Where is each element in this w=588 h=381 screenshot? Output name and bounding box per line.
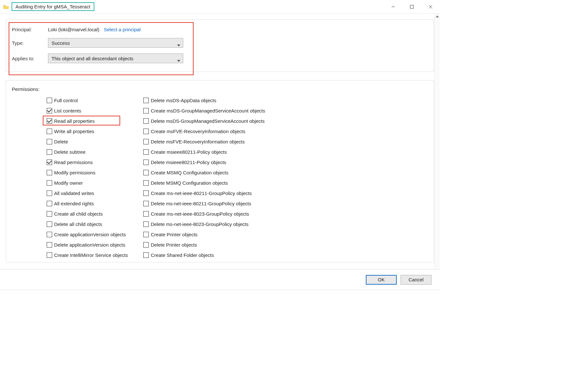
permission-item: Read permissions <box>47 157 128 167</box>
permissions-column-left: Full controlList contentsRead all proper… <box>47 95 128 260</box>
permission-label: Delete ms-net-ieee-8023-GroupPolicy obje… <box>151 221 248 227</box>
permission-checkbox[interactable] <box>143 190 149 196</box>
permission-checkbox[interactable] <box>143 160 149 165</box>
minimize-button[interactable] <box>384 0 403 14</box>
maximize-button[interactable] <box>403 0 421 14</box>
permission-label: Create Printer objects <box>151 232 197 237</box>
permission-item: Delete <box>47 136 128 147</box>
permission-checkbox[interactable] <box>47 252 52 258</box>
window-title: Auditing Entry for gMSA_Tesseract <box>12 2 94 11</box>
permission-item: Delete msDS-GroupManagedServiceAccount o… <box>143 116 265 126</box>
permission-checkbox[interactable] <box>47 201 52 206</box>
permission-checkbox[interactable] <box>47 98 52 103</box>
permission-checkbox[interactable] <box>47 242 52 248</box>
permission-label: Delete applicationVersion objects <box>54 242 125 248</box>
permission-item: Delete msDS-AppData objects <box>143 95 265 105</box>
ok-button[interactable]: OK <box>366 275 397 285</box>
permission-checkbox[interactable] <box>47 232 52 237</box>
vertical-scrollbar[interactable] <box>434 14 440 269</box>
permission-label: Delete all child objects <box>54 221 102 227</box>
permission-checkbox[interactable] <box>143 108 149 113</box>
permission-item: Create MSMQ Configuration objects <box>143 167 265 178</box>
permission-label: Create msieee80211-Policy objects <box>151 149 227 155</box>
permission-item: Delete MSMQ Configuration objects <box>143 178 265 188</box>
permission-item: Write all properties <box>47 126 128 136</box>
permission-item: List contents <box>47 105 128 116</box>
permission-item: All validated writes <box>47 188 128 198</box>
permission-label: Read permissions <box>54 160 93 165</box>
permissions-label: Permissions: <box>12 86 428 92</box>
auditing-entry-dialog: Auditing Entry for gMSA_Tesseract Princi… <box>0 0 440 290</box>
principal-label: Principal: <box>12 27 48 32</box>
permission-checkbox[interactable] <box>47 221 52 227</box>
permission-checkbox[interactable] <box>143 221 149 227</box>
principal-panel: Principal: Loki (loki@marvel.local) Sele… <box>6 19 434 72</box>
permission-label: Create msFVE-RecoveryInformation objects <box>151 129 245 134</box>
permission-checkbox[interactable] <box>47 180 52 186</box>
permission-item: Create applicationVersion objects <box>47 229 128 239</box>
permission-label: Delete Printer objects <box>151 242 197 248</box>
type-value: Success <box>52 40 70 46</box>
permission-checkbox[interactable] <box>47 149 52 155</box>
permission-checkbox[interactable] <box>47 190 52 196</box>
permission-label: Delete msieee80211-Policy objects <box>151 160 226 165</box>
permission-checkbox[interactable] <box>143 118 149 124</box>
permission-checkbox[interactable] <box>47 211 52 217</box>
permission-label: Create all child objects <box>54 211 103 217</box>
applies-dropdown[interactable]: This object and all descendant objects <box>48 54 183 63</box>
permission-checkbox[interactable] <box>47 170 52 175</box>
permission-checkbox[interactable] <box>47 108 52 113</box>
type-label: Type: <box>12 40 48 46</box>
permission-checkbox[interactable] <box>143 129 149 134</box>
permission-checkbox[interactable] <box>143 242 149 248</box>
permission-label: Delete MSMQ Configuration objects <box>151 180 228 186</box>
dialog-body: Principal: Loki (loki@marvel.local) Sele… <box>0 14 440 269</box>
svg-line-2 <box>429 5 432 8</box>
permission-checkbox[interactable] <box>47 129 52 134</box>
permission-checkbox[interactable] <box>143 139 149 144</box>
permission-label: Create IntelliMirror Service objects <box>54 252 128 258</box>
permission-label: Delete msDS-GroupManagedServiceAccount o… <box>151 118 265 124</box>
permission-item: All extended rights <box>47 198 128 209</box>
permission-label: Delete <box>54 139 68 144</box>
permission-item: Delete all child objects <box>47 219 128 229</box>
permission-label: List contents <box>54 108 81 113</box>
permission-checkbox[interactable] <box>47 118 52 124</box>
dialog-footer: OK Cancel <box>0 269 440 290</box>
permission-item: Create all child objects <box>47 209 128 219</box>
permission-checkbox[interactable] <box>143 170 149 175</box>
permission-checkbox[interactable] <box>143 180 149 186</box>
permission-label: Delete ms-net-ieee-80211-GroupPolicy obj… <box>151 201 251 206</box>
permission-label: Create Shared Folder objects <box>151 252 214 258</box>
permission-checkbox[interactable] <box>47 139 52 144</box>
chevron-down-icon <box>177 57 180 59</box>
permission-item: Delete msFVE-RecoveryInformation objects <box>143 136 265 147</box>
permission-label: Write all properties <box>54 129 94 134</box>
permission-label: All validated writes <box>54 190 94 196</box>
permissions-column-right: Delete msDS-AppData objectsCreate msDS-G… <box>143 95 265 260</box>
permission-label: Modify permissions <box>54 170 95 175</box>
permission-label: All extended rights <box>54 201 94 206</box>
permission-item: Delete Printer objects <box>143 239 265 250</box>
permissions-panel: Permissions: Full controlList contentsRe… <box>6 80 434 262</box>
title-bar: Auditing Entry for gMSA_Tesseract <box>0 0 440 14</box>
permission-checkbox[interactable] <box>143 201 149 206</box>
scroll-up-icon[interactable] <box>434 14 440 19</box>
cancel-button[interactable]: Cancel <box>401 275 432 285</box>
type-dropdown[interactable]: Success <box>48 38 183 48</box>
permission-checkbox[interactable] <box>143 98 149 103</box>
permission-checkbox[interactable] <box>47 160 52 165</box>
permission-label: Delete msDS-AppData objects <box>151 98 216 103</box>
permission-item: Full control <box>47 95 128 105</box>
permission-checkbox[interactable] <box>143 149 149 155</box>
permission-checkbox[interactable] <box>143 252 149 258</box>
select-principal-link[interactable]: Select a principal <box>104 27 140 32</box>
permission-item: Create msFVE-RecoveryInformation objects <box>143 126 265 136</box>
close-button[interactable] <box>421 0 440 14</box>
permission-item: Create Shared Folder objects <box>143 250 265 260</box>
principal-value: Loki (loki@marvel.local) <box>48 27 99 32</box>
principal-row: Principal: Loki (loki@marvel.local) Sele… <box>12 27 428 32</box>
permission-checkbox[interactable] <box>143 232 149 237</box>
permission-item: Create ms-net-ieee-8023-GroupPolicy obje… <box>143 209 265 219</box>
permission-checkbox[interactable] <box>143 211 149 217</box>
